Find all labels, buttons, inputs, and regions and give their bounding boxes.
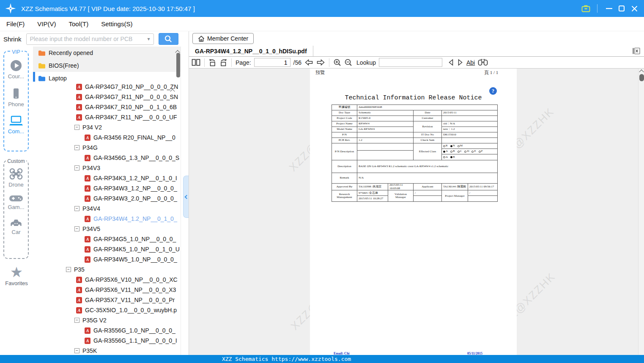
maximize-button[interactable] <box>615 2 628 15</box>
tree-item-pdf[interactable]: AGA-R3456 R20_FINAL_NP__0 <box>33 132 181 143</box>
radio-option: C <box>458 150 462 153</box>
minimize-button[interactable] <box>603 2 615 15</box>
search-button[interactable] <box>159 33 178 45</box>
tree-item-pdf[interactable]: AGA-RP35X6_V11_NP__0_0_0_X3 <box>33 285 181 295</box>
close-document-icon[interactable] <box>632 47 640 56</box>
tree-item-group[interactable]: P35K <box>33 346 181 355</box>
folder-icon <box>38 50 46 56</box>
tree-item-label: GA-RP34W3_1.2_NP__0_0_0_ <box>93 185 177 192</box>
document-tab[interactable]: GA-RP34W4_1.2_NP__0_1_0_hDISu.pdf <box>189 46 313 56</box>
lookup-input[interactable] <box>379 58 442 67</box>
tree-item-pdf[interactable]: AGA-RP34K7_R11_NP__0_0_0_UF <box>33 112 181 122</box>
tree-item-group[interactable]: P34V4 <box>33 204 181 214</box>
tree-item-group[interactable]: P35 <box>33 264 181 275</box>
tree-item-pdf[interactable]: AGA-RP35X7_V11_NP__0_0_0_Pr <box>33 295 181 305</box>
tree-item-pdf[interactable]: AGA-RP34G5_1.0_NP__0_0_0_ <box>33 234 181 244</box>
collapse-minus-icon[interactable] <box>74 318 79 323</box>
help-icon[interactable]: ? <box>489 87 497 95</box>
tree-item-pdf[interactable]: AGA-RP34G7_R11_NP__0_0_0_SN <box>33 92 181 102</box>
page-number-input[interactable] <box>254 58 290 67</box>
tree-item-pdf[interactable]: AGA-R3556G_1.1_NP__0_0_0_I <box>33 336 181 346</box>
menu-vip[interactable]: VIP(V) <box>31 20 62 28</box>
tree-item-pdf[interactable]: AGA-R3556G_1.0_NP__0_0_0_ <box>33 325 181 336</box>
tree-item-pdf[interactable]: AGA-RP34G7_R10_NP__0_0_0_ZN <box>33 82 181 92</box>
tree-item-pdf[interactable]: AGA-RP34K5_1.0_NP__0_1_0_U <box>33 244 181 254</box>
radio-unselected-icon <box>458 145 460 147</box>
panel-splitter[interactable] <box>181 47 189 355</box>
tree-item-group[interactable]: P34G <box>33 143 181 153</box>
tree-item-group[interactable]: P34 V2 <box>33 122 181 132</box>
tree-item-label: GA-RP34K7_R10_NP__0_1_0_6B <box>85 104 177 110</box>
shrink-button[interactable]: Shrink <box>3 36 22 43</box>
zoom-out-icon[interactable] <box>344 58 352 66</box>
star-icon: ★ <box>10 266 23 278</box>
tree-item-folder[interactable]: BIOS(Free) <box>33 59 181 72</box>
tree-item-group[interactable]: P34V3 <box>33 163 181 173</box>
binoculars-icon[interactable] <box>478 59 488 66</box>
radio-selected-icon <box>450 145 452 147</box>
close-button[interactable] <box>628 2 641 15</box>
tree-item-pdf[interactable]: AGC-35X5IO_1.0__0_0_0_wuybH.p <box>33 305 181 315</box>
tree-item-label: P35G V2 <box>82 317 107 324</box>
pdf-file-icon: A <box>76 104 82 110</box>
collapse-minus-icon[interactable] <box>74 348 79 353</box>
tree-item-pdf[interactable]: AGA-RP34K7_R10_NP__0_1_0_6B <box>33 102 181 112</box>
rail-item-phone[interactable]: Phone <box>4 87 28 107</box>
folder-icon <box>38 63 46 69</box>
menu-file[interactable]: File(F) <box>0 20 31 28</box>
radio-unselected-icon <box>443 145 445 147</box>
collapse-minus-icon[interactable] <box>74 165 79 170</box>
pdf-file-icon: A <box>76 94 82 100</box>
tree-scrollbar-thumb[interactable] <box>176 53 180 77</box>
preview-label: 預覽 <box>315 69 325 76</box>
find-previous-icon[interactable] <box>448 59 454 66</box>
pdf-viewer[interactable]: XZZ@XZZHK XZZ@XZZHK XZZ@XZZHK XZZ@XZZHK … <box>189 69 644 355</box>
collapse-minus-icon[interactable] <box>74 206 79 211</box>
subtree-scroll-up-icon[interactable] <box>171 87 174 95</box>
pdf-file-icon: A <box>85 195 90 202</box>
tree-item-group[interactable]: P35G V2 <box>33 315 181 325</box>
rail-item-game[interactable]: Gam... <box>4 194 28 210</box>
tree-item-label: GA-R3556G_1.0_NP__0_0_0_ <box>93 327 175 334</box>
find-next-icon[interactable] <box>457 59 463 66</box>
collapse-minus-icon[interactable] <box>66 267 71 272</box>
tree-item-folder[interactable]: Recently opened <box>33 47 181 59</box>
rail-item-favorites[interactable]: ★ Favorites <box>0 266 33 286</box>
rail-item-course[interactable]: Cour... <box>4 59 28 80</box>
two-page-view-icon[interactable] <box>192 59 200 66</box>
tree-item-pdf[interactable]: AGA-R3456G_1.3_NP__0_0_0_S <box>33 153 181 163</box>
rail-item-car[interactable]: Car <box>4 217 28 235</box>
collapse-panel-handle[interactable] <box>183 176 189 218</box>
search-input[interactable] <box>27 36 144 42</box>
rail-item-drone[interactable]: Drone <box>4 168 28 188</box>
previous-page-icon[interactable] <box>304 59 313 66</box>
tree-item-pdf[interactable]: AGA-RP35X6_V10_NP__0_0_0_XC <box>33 275 181 285</box>
rotate-right-icon[interactable] <box>219 58 227 66</box>
next-page-icon[interactable] <box>316 59 325 66</box>
zoom-in-icon[interactable] <box>333 58 341 66</box>
viewer-scrollbar-thumb[interactable] <box>639 74 644 81</box>
model-search-combobox[interactable]: ▾ <box>26 33 154 45</box>
rotate-left-icon[interactable] <box>208 58 216 66</box>
viewer-scrollbar[interactable] <box>638 69 644 355</box>
member-center-button[interactable]: Member Center <box>192 33 254 44</box>
tree-item-label: BIOS(Free) <box>49 62 79 69</box>
rail-item-computer[interactable]: Com... <box>4 115 28 135</box>
collapse-minus-icon[interactable] <box>74 125 79 130</box>
menu-settings[interactable]: Settings(S) <box>95 20 139 28</box>
tree-item-group[interactable]: P34V5 <box>33 224 181 234</box>
match-case-toggle[interactable]: Abi <box>466 59 475 66</box>
tree-item-pdf[interactable]: AGA-RP34W4_1.2_NP__0_1_0_ <box>33 214 181 224</box>
viewer-scroll-up-icon[interactable] <box>639 69 644 74</box>
collapse-minus-icon[interactable] <box>74 145 79 150</box>
collapse-minus-icon[interactable] <box>74 226 79 231</box>
pdf-file-icon: A <box>76 297 82 303</box>
tree-item-pdf[interactable]: AGA-RP34W5_1.0_NP__0_0_0_ <box>33 254 181 264</box>
pdf-file-icon: A <box>85 256 90 263</box>
tree-item-pdf[interactable]: AGA-RP34K3_1.2_NP__0_1_0_I <box>33 173 181 183</box>
license-icon[interactable] <box>579 2 592 15</box>
chevron-down-icon[interactable]: ▾ <box>144 36 153 42</box>
menu-tool[interactable]: Tool(T) <box>63 20 95 28</box>
tree-item-pdf[interactable]: AGA-RP34W3_2.0_NP__0_0_0_ <box>33 193 181 204</box>
tree-item-pdf[interactable]: AGA-RP34W3_1.2_NP__0_0_0_ <box>33 183 181 193</box>
